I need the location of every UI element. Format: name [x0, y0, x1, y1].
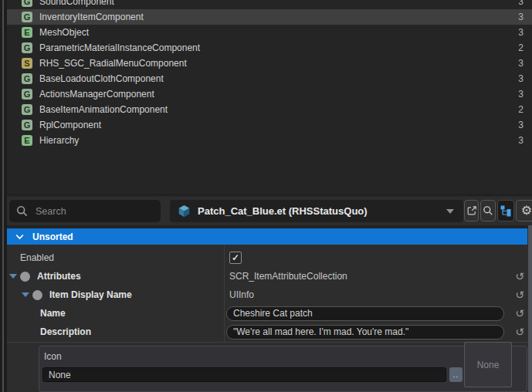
panel-splitter[interactable] [2, 0, 4, 392]
component-label: RplComponent [39, 120, 101, 130]
component-label: MeshObject [39, 27, 89, 38]
component-row[interactable]: G ActionsManagerComponent 3 [7, 86, 532, 102]
attributes-label: Attributes [37, 271, 81, 282]
settings-button[interactable]: ⚙ [516, 200, 532, 221]
section-header-unsorted[interactable]: Unsorted [7, 228, 527, 245]
find-button[interactable] [480, 200, 496, 221]
component-label: SoundComponent [39, 0, 114, 7]
component-row[interactable]: G BaseItemAnimationComponent 2 [7, 102, 532, 117]
search-box[interactable] [9, 200, 161, 222]
revert-attributes-button[interactable] [513, 267, 527, 286]
hierarchy-view-button[interactable] [497, 200, 514, 221]
component-label: BaseLoadoutClothComponent [39, 73, 164, 84]
icon-path-input[interactable] [42, 367, 446, 382]
row-attributes: Attributes SCR_ItemAttributeCollection [7, 267, 528, 286]
entity-cube-icon [178, 204, 191, 218]
component-row[interactable]: G RplComponent 3 [7, 117, 532, 133]
entity-selector[interactable]: Patch_Cat_Blue.et (RHSStatusQuo) [170, 200, 463, 222]
browse-button[interactable]: .. [449, 367, 463, 382]
component-count: 3 [518, 27, 524, 38]
icon-group: Icon .. [39, 346, 527, 392]
property-inspector: Unsorted Enabled Attributes SCR_ItemAttr… [7, 225, 528, 392]
enabled-label: Enabled [20, 252, 54, 263]
item-display-name-label: Item Display Name [49, 289, 132, 300]
component-row[interactable]: G InventoryItemComponent 3 [7, 9, 532, 25]
scrollbar[interactable] [528, 225, 532, 392]
row-enabled: Enabled [7, 248, 528, 267]
search-input[interactable] [34, 205, 154, 218]
component-label: ParametricMaterialInstanceComponent [39, 42, 200, 53]
magnifier-icon [483, 205, 493, 216]
component-count: 3 [518, 89, 524, 100]
component-row[interactable]: G BaseLoadoutClothComponent 3 [7, 71, 532, 86]
object-dot-icon [32, 290, 42, 300]
component-type-icon: G [22, 104, 32, 115]
search-icon [16, 205, 28, 217]
gear-icon: ⚙ [521, 204, 532, 217]
revert-item-display-name-button[interactable] [513, 286, 527, 304]
component-type-icon: G [22, 0, 32, 7]
open-in-editor-button[interactable] [464, 200, 479, 221]
component-row[interactable]: E MeshObject 3 [7, 25, 532, 40]
component-count: 3 [518, 12, 524, 22]
component-label: InventoryItemComponent [39, 12, 144, 22]
object-dot-icon [20, 272, 30, 282]
section-divider [7, 342, 528, 343]
dropdown-arrow-icon[interactable] [446, 209, 454, 214]
component-type-icon: E [22, 27, 32, 38]
component-count: 2 [518, 104, 524, 115]
component-row[interactable]: G SoundComponent 3 [7, 0, 532, 9]
component-type-icon: G [22, 12, 32, 22]
component-count: 3 [518, 120, 524, 130]
name-input[interactable] [226, 306, 504, 321]
component-count: 3 [518, 58, 524, 69]
component-type-icon: G [22, 89, 32, 100]
component-type-icon: E [22, 135, 32, 146]
section-title: Unsorted [32, 231, 73, 242]
component-row[interactable]: E Hierarchy 3 [7, 133, 532, 148]
hierarchy-icon [500, 204, 512, 217]
component-count: 2 [518, 42, 524, 53]
component-type-icon: G [22, 42, 32, 53]
component-row[interactable]: G ParametricMaterialInstanceComponent 2 [7, 40, 532, 56]
component-label: Hierarchy [39, 135, 79, 146]
component-list: G SoundComponent 3 G InventoryItemCompon… [7, 0, 532, 195]
icon-group-label: Icon [44, 351, 62, 362]
entity-name-label: Patch_Cat_Blue.et (RHSStatusQuo) [198, 205, 368, 217]
component-row[interactable]: S RHS_SGC_RadialMenuComponent 3 [7, 56, 532, 71]
item-display-name-value: UIInfo [226, 289, 254, 300]
component-count: 3 [518, 135, 524, 146]
component-label: ActionsManagerComponent [39, 89, 154, 100]
component-type-icon: G [22, 120, 32, 130]
revert-name-button[interactable] [513, 304, 527, 323]
attributes-value: SCR_ItemAttributeCollection [226, 271, 347, 282]
icon-preview-text: None [477, 360, 500, 370]
name-label: Name [40, 308, 66, 319]
description-input[interactable] [226, 325, 504, 340]
component-count: 3 [518, 73, 524, 84]
row-description: Description [7, 323, 528, 341]
expander-attributes-icon[interactable] [9, 274, 17, 279]
icon-preview[interactable]: None [464, 342, 512, 387]
row-item-display-name: Item Display Name UIInfo [7, 286, 528, 304]
inspector-toolbar: Patch_Cat_Blue.et (RHSStatusQuo) ⚙ [7, 197, 532, 225]
component-type-icon: G [22, 73, 32, 84]
row-name: Name [7, 304, 528, 323]
panel-left-edge [0, 0, 7, 392]
component-type-icon: S [22, 58, 32, 69]
revert-description-button[interactable] [513, 323, 527, 341]
expander-item-display-name-icon[interactable] [22, 292, 29, 297]
editor-window: G SoundComponent 3 G InventoryItemCompon… [0, 0, 532, 392]
component-label: BaseItemAnimationComponent [39, 104, 168, 115]
component-count: 3 [518, 0, 524, 7]
component-label: RHS_SGC_RadialMenuComponent [39, 58, 187, 69]
description-label: Description [40, 326, 91, 337]
chevron-down-icon [15, 234, 24, 240]
open-external-icon [466, 205, 477, 216]
enabled-checkbox[interactable] [229, 252, 242, 264]
